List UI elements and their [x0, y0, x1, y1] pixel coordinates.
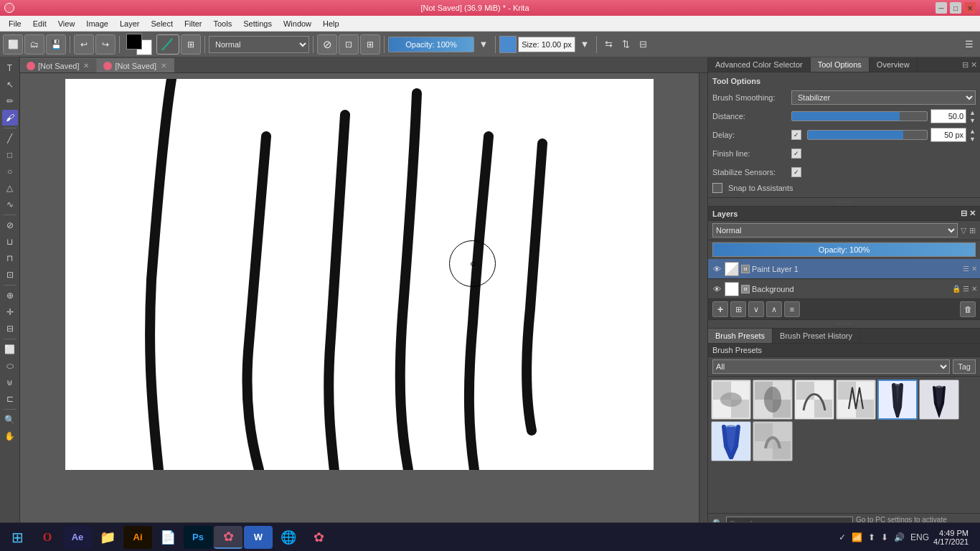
- start-button[interactable]: ⊞: [3, 526, 32, 549]
- opacity-bar[interactable]: Opacity: 100%: [388, 37, 474, 52]
- brush-preset-4[interactable]: [836, 380, 876, 420]
- illustrator-button[interactable]: Ai: [123, 526, 152, 549]
- menu-settings[interactable]: Settings: [237, 18, 278, 29]
- tab-overview[interactable]: Overview: [870, 57, 918, 72]
- delay-checkbox[interactable]: ✓: [791, 130, 801, 140]
- save-button[interactable]: 💾: [46, 34, 66, 55]
- redo-button[interactable]: ↪: [95, 34, 116, 55]
- canvas-drawing-area[interactable]: [65, 79, 654, 470]
- brush-preset-1[interactable]: [711, 380, 751, 420]
- canvas-tab-2-close[interactable]: ✕: [159, 62, 168, 70]
- layers-close-button[interactable]: ✕: [969, 209, 976, 218]
- canvas-viewport[interactable]: [20, 73, 699, 525]
- size-display[interactable]: Size: 10.00 px: [518, 37, 575, 52]
- wrap-button[interactable]: ⊞: [360, 34, 380, 55]
- layer-blend-select[interactable]: Normal: [712, 223, 958, 237]
- menu-edit[interactable]: Edit: [27, 18, 52, 29]
- freehand-tool[interactable]: ✏: [2, 93, 18, 109]
- delete-layer-button[interactable]: 🗑: [960, 301, 976, 317]
- menu-help[interactable]: Help: [317, 18, 345, 29]
- polygon-tool[interactable]: △: [2, 180, 18, 196]
- distance-down-button[interactable]: ▼: [969, 117, 976, 124]
- canvas-tab-2[interactable]: [Not Saved] ✕: [97, 58, 174, 72]
- layer-alpha-background[interactable]: α: [741, 285, 750, 293]
- right-panel-float-button[interactable]: ⊟: [962, 60, 969, 70]
- zoom-tool[interactable]: 🔍: [2, 412, 18, 428]
- tray-lang-label[interactable]: ENG: [909, 532, 930, 542]
- move-layer-down-button[interactable]: ∨: [748, 301, 764, 317]
- photoshop-button[interactable]: Ps: [184, 526, 212, 549]
- open-button[interactable]: 🗂: [24, 34, 44, 55]
- distance-value[interactable]: 50.0: [930, 109, 966, 123]
- layer-opacity-bar[interactable]: Opacity: 100%: [712, 242, 976, 257]
- delay-down-button[interactable]: ▼: [969, 136, 976, 143]
- menu-tools[interactable]: Tools: [208, 18, 238, 29]
- tray-volume-icon[interactable]: 🔊: [892, 532, 906, 542]
- brush-tool[interactable]: 🖌: [2, 110, 18, 126]
- menu-filter[interactable]: Filter: [179, 18, 207, 29]
- distance-up-button[interactable]: ▲: [969, 109, 976, 116]
- layer-alpha-paint[interactable]: α: [741, 265, 750, 273]
- tray-check-icon[interactable]: ✓: [837, 532, 847, 542]
- layer-options-background[interactable]: ☰: [963, 285, 969, 293]
- menu-layer[interactable]: Layer: [114, 18, 146, 29]
- right-panel-close-button[interactable]: ✕: [971, 60, 977, 70]
- line-tool[interactable]: ╱: [2, 131, 18, 146]
- contiguous-select-tool[interactable]: ⊏: [2, 391, 18, 407]
- layer-row-paint[interactable]: 👁 α Paint Layer 1 ☰ ✕: [708, 259, 980, 279]
- colorpicker-tool[interactable]: ⊘: [2, 217, 18, 233]
- tag-button[interactable]: Tag: [953, 359, 976, 374]
- move-layer-up-button[interactable]: ∧: [766, 301, 782, 317]
- menu-view[interactable]: View: [52, 18, 81, 29]
- undo-button[interactable]: ↩: [74, 34, 94, 55]
- vertical-scrollbar[interactable]: [699, 73, 707, 534]
- ellipse-tool[interactable]: ○: [2, 164, 18, 179]
- krita-secondary-button[interactable]: ✿: [304, 526, 333, 549]
- grid-button[interactable]: ⊞: [181, 34, 201, 55]
- explorer-button[interactable]: 📁: [93, 526, 122, 549]
- brush-category-select[interactable]: All: [712, 359, 950, 374]
- mirror-h-button[interactable]: ⇆: [600, 37, 616, 52]
- menu-window[interactable]: Window: [278, 18, 317, 29]
- new-window-button[interactable]: ⬜: [3, 34, 23, 55]
- freehand-select-tool[interactable]: ⊎: [2, 375, 18, 390]
- rect-select-tool[interactable]: ⬜: [2, 342, 18, 357]
- brush-preset-8[interactable]: [753, 421, 793, 461]
- gradient-tool[interactable]: ⊓: [2, 250, 18, 266]
- shape-select-tool[interactable]: ↖: [2, 77, 18, 93]
- fill-tool[interactable]: ⊔: [2, 234, 18, 250]
- brush-preset-button[interactable]: [156, 34, 179, 55]
- layer-lock-background[interactable]: 🔒: [952, 285, 961, 293]
- opacity-expand-button[interactable]: ▼: [476, 37, 491, 52]
- notepad-button[interactable]: 📄: [154, 526, 182, 549]
- brush-size-indicator[interactable]: [499, 36, 517, 53]
- delay-value[interactable]: 50 px: [930, 128, 966, 142]
- erase-button[interactable]: ⊘: [317, 34, 337, 55]
- delay-up-button[interactable]: ▲: [969, 128, 976, 135]
- layer-row-background[interactable]: 👁 α Background 🔒 ☰ ✕: [708, 279, 980, 299]
- bp-tab-history[interactable]: Brush Preset History: [773, 329, 860, 343]
- distance-slider[interactable]: [791, 111, 928, 121]
- brush-preset-5[interactable]: [877, 380, 918, 420]
- finish-line-checkbox[interactable]: ✓: [791, 149, 801, 159]
- browser-button[interactable]: 🌐: [274, 526, 303, 549]
- brush-preset-6[interactable]: [919, 380, 959, 420]
- maximize-button[interactable]: □: [950, 2, 961, 14]
- text-tool[interactable]: T: [2, 60, 18, 76]
- smart-patch-tool[interactable]: ⊡: [2, 267, 18, 283]
- foreground-color-swatch[interactable]: [126, 34, 142, 50]
- krita-taskbar-button[interactable]: ✿: [214, 526, 242, 549]
- tray-down-icon[interactable]: ⬇: [880, 532, 890, 542]
- duplicate-layer-button[interactable]: ⊞: [730, 301, 746, 317]
- layer-eye-paint[interactable]: 👁: [711, 263, 722, 275]
- minimize-button[interactable]: ─: [936, 2, 947, 14]
- tab-tool-options[interactable]: Tool Options: [811, 57, 870, 72]
- transform-tool[interactable]: ⊕: [2, 288, 18, 303]
- blend-mode-select[interactable]: Normal: [209, 36, 309, 53]
- pan-tool[interactable]: ✋: [2, 428, 18, 444]
- menu-select[interactable]: Select: [145, 18, 179, 29]
- bp-tab-presets[interactable]: Brush Presets: [708, 329, 773, 343]
- layers-float-button[interactable]: ⊟: [961, 209, 967, 218]
- tray-network-icon[interactable]: 📶: [850, 532, 864, 542]
- panel-drag-2[interactable]: · · · · · ·: [708, 320, 980, 328]
